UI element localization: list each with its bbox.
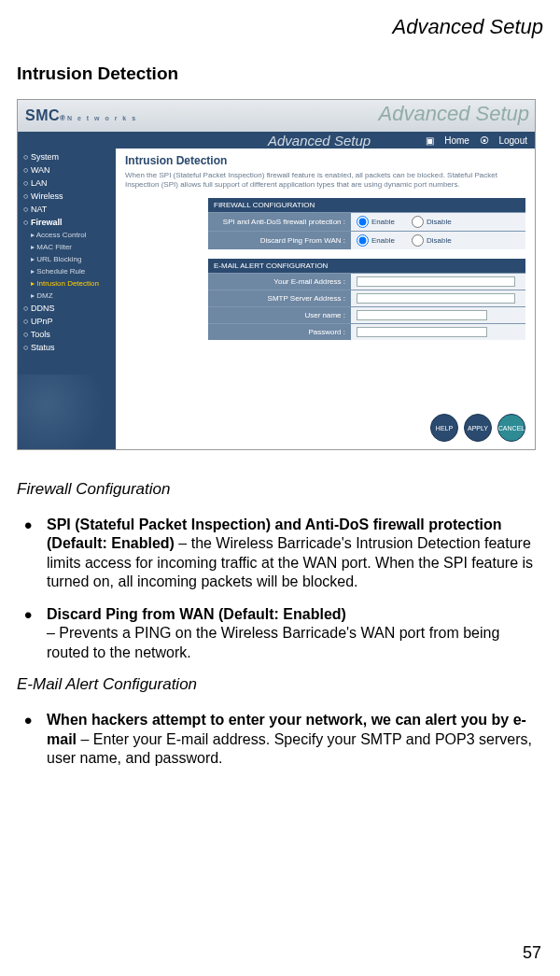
sidebar-item-mac-filter[interactable]: ▸ MAC Filter	[18, 241, 116, 253]
sidebar-item-dmz[interactable]: ▸ DMZ	[18, 290, 116, 302]
section-heading-intrusion: Intrusion Detection	[17, 64, 543, 84]
smtp-input[interactable]	[357, 293, 515, 304]
firewall-config-table: FIREWALL CONFIGURATION SPI and Anti-DoS …	[208, 198, 525, 249]
password-input[interactable]	[357, 327, 487, 337]
content-title: Intrusion Detection	[125, 154, 525, 167]
row-spi-label: SPI and Anti-DoS firewall protection :	[208, 213, 351, 232]
sidebar-item-nat[interactable]: ○ NAT	[18, 203, 116, 216]
subheading-firewall-config: Firewall Configuration	[17, 480, 543, 499]
logo-main: SMC	[25, 107, 60, 124]
row-smtp-label: SMTP Server Address :	[208, 290, 351, 307]
home-link[interactable]: ▣ Home	[426, 135, 469, 146]
email-config-table: E-MAIL ALERT CONFIGURATION Your E-mail A…	[208, 259, 525, 340]
sidebar-item-upnp[interactable]: ○ UPnP	[18, 315, 116, 328]
logout-link[interactable]: ⦿ Logout	[480, 135, 527, 146]
bullet-email-alert: When hackers attempt to enter your netwo…	[17, 711, 543, 768]
bullet-spi: SPI (Stateful Packet Inspection) and Ant…	[17, 516, 543, 592]
doc-header: Advanced Setup	[17, 15, 543, 39]
row-email-label: Your E-mail Address :	[208, 274, 351, 290]
router-content: Intrusion Detection When the SPI (Statef…	[116, 149, 535, 449]
firewall-bullet-list: SPI (Stateful Packet Inspection) and Ant…	[17, 516, 543, 662]
ping-enable-radio[interactable]: Enable	[357, 234, 395, 247]
row-ping-label: Discard Ping From WAN :	[208, 232, 351, 250]
sidebar-item-wireless[interactable]: ○ Wireless	[18, 190, 116, 203]
bullet-email-rest: – Enter your E-mail address. Specify you…	[47, 731, 532, 766]
sidebar-item-firewall[interactable]: ○ Firewall	[18, 216, 116, 229]
email-bullet-list: When hackers attempt to enter your netwo…	[17, 711, 543, 768]
sidebar-item-access-control[interactable]: ▸ Access Control	[18, 229, 116, 241]
sidebar-item-intrusion-detection[interactable]: ▸ Intrusion Detection	[18, 277, 116, 290]
sidebar-item-url-blocking[interactable]: ▸ URL Blocking	[18, 253, 116, 265]
cancel-button[interactable]: CANCEL	[497, 414, 525, 442]
bullet-ping-rest: – Prevents a PING on the Wireless Barric…	[47, 625, 499, 659]
smc-logo: SMC® N e t w o r k s	[25, 107, 137, 124]
firewall-config-header: FIREWALL CONFIGURATION	[208, 198, 525, 213]
sidebar-item-status[interactable]: ○ Status	[18, 341, 116, 354]
sidebar-item-schedule-rule[interactable]: ▸ Schedule Rule	[18, 265, 116, 277]
sidebar-item-tools[interactable]: ○ Tools	[18, 328, 116, 341]
help-button[interactable]: HELP	[430, 414, 458, 442]
bullet-ping-bold: Discard Ping from WAN (Default: Enabled)	[47, 606, 346, 622]
sidebar-item-ddns[interactable]: ○ DDNS	[18, 302, 116, 315]
subheading-email-config: E-Mail Alert Configuration	[17, 675, 543, 694]
router-toolbar: Advanced Setup ▣ Home ⦿ Logout	[18, 132, 535, 149]
ping-disable-radio[interactable]: Disable	[412, 234, 452, 247]
page-number: 57	[523, 943, 541, 963]
logout-link-label: Logout	[498, 135, 527, 146]
bullet-ping: Discard Ping from WAN (Default: Enabled)…	[17, 605, 543, 662]
row-user-label: User name :	[208, 307, 351, 324]
router-topbar: SMC® N e t w o r k s	[18, 100, 535, 132]
apply-button[interactable]: APPLY	[464, 414, 492, 442]
email-input[interactable]	[357, 276, 515, 287]
sidebar-item-lan[interactable]: ○ LAN	[18, 177, 116, 190]
home-link-label: Home	[444, 135, 469, 146]
router-screenshot: Advanced Setup SMC® N e t w o r k s Adva…	[17, 99, 536, 450]
logo-reg: ®	[60, 114, 65, 122]
toolbar-title: Advanced Setup	[268, 133, 371, 149]
sidebar-decoration	[18, 375, 116, 449]
spi-disable-radio[interactable]: Disable	[412, 216, 452, 228]
sidebar-item-wan[interactable]: ○ WAN	[18, 163, 116, 177]
username-input[interactable]	[357, 310, 487, 320]
email-config-header: E-MAIL ALERT CONFIGURATION	[208, 259, 525, 274]
row-pass-label: Password :	[208, 324, 351, 341]
logo-sub: N e t w o r k s	[67, 115, 137, 121]
router-sidebar: ○ System ○ WAN ○ LAN ○ Wireless ○ NAT ○ …	[18, 149, 116, 449]
spi-enable-radio[interactable]: Enable	[357, 216, 395, 228]
sidebar-item-system[interactable]: ○ System	[18, 150, 116, 163]
content-desc: When the SPI (Stateful Packet Inspection…	[125, 171, 525, 189]
